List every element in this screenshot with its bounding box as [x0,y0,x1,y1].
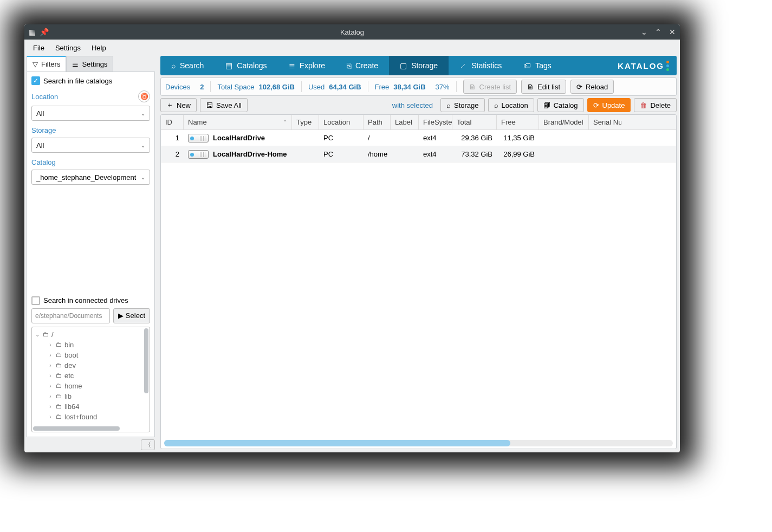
doc-icon: 🗎 [469,83,476,91]
location-label: Location [31,93,58,101]
nav-storage[interactable]: ▢Storage [389,56,449,75]
chevron-down-icon: ⌄ [141,174,145,180]
tree-item-label: etc [64,372,74,380]
tree-collapse-icon[interactable]: ⌄ [34,332,41,338]
search-catalogs-checkbox[interactable]: ✓ [31,76,40,85]
cell-filesystem: ext4 [419,150,452,158]
edit-list-button[interactable]: 🗎Edit list [521,80,566,94]
col-id[interactable]: ID [161,115,184,129]
tree-icon: ≣ [289,61,295,70]
maximize-icon[interactable]: ⌃ [654,28,663,36]
delete-button[interactable]: 🗑Delete [634,98,677,112]
window-title: Katalog [340,28,364,36]
folder-icon: 🗀 [56,372,62,379]
brand-logo: KATALOG [610,61,677,71]
sidebar: ▽ Filters ⚌ Settings ✓ Search in file ca… [24,56,157,452]
tree-expand-icon[interactable]: › [47,373,54,379]
location-button[interactable]: ⌕Location [488,98,534,112]
folder-icon: 🗀 [43,330,49,338]
search-drives-checkbox[interactable] [31,296,40,305]
tree-item[interactable]: ›🗀lib64 [32,401,150,412]
new-button[interactable]: ＋New [160,98,197,112]
table-row[interactable]: 1LocalHardDrivePC/ext429,36 GiB11,35 GiB [161,130,676,146]
tree-expand-icon[interactable]: › [47,393,54,399]
tree-item-label: lib [64,392,72,400]
scrollbar-thumb[interactable] [164,440,510,446]
tree-expand-icon[interactable]: › [47,414,54,420]
tree-item[interactable]: ›🗀home [32,381,150,391]
tree-expand-icon[interactable]: › [47,404,54,410]
catalog-button[interactable]: 🗐Catalog [537,98,584,112]
nav-statistics[interactable]: ⟋Statistics [449,56,512,75]
pin-icon[interactable]: 📌 [40,28,48,36]
col-brand[interactable]: Brand/Model [539,115,589,129]
save-all-button[interactable]: 🖫Save All [200,98,248,112]
tree-hscrollbar[interactable] [33,426,120,431]
select-path-button[interactable]: ▶ Select [113,308,150,323]
storage-select[interactable]: All ⌄ [31,138,150,153]
nav-explore[interactable]: ≣Explore [278,56,336,75]
folder-icon: 🗀 [56,361,62,369]
tree-item-label: home [64,382,82,390]
tag-icon: 🏷 [523,61,531,70]
tree-expand-icon[interactable]: › [47,362,54,368]
cell-path: /home [364,150,391,158]
drive-icon [188,150,209,159]
col-serial[interactable]: Serial Nu [589,115,621,129]
tree-item[interactable]: ›🗀lost+found [32,412,150,422]
tree-item[interactable]: ›🗀boot [32,350,150,360]
plus-icon: ＋ [166,100,173,110]
nav-search[interactable]: ⌕Search [160,56,215,75]
tree-expand-icon[interactable]: › [47,352,54,358]
minimize-icon[interactable]: ⌄ [640,28,648,36]
table-hscrollbar[interactable] [164,440,673,446]
menu-settings[interactable]: Settings [50,42,86,54]
col-filesystem[interactable]: FileSystem [419,115,452,129]
chevron-down-icon: ⌄ [141,111,145,116]
search-catalogs-label: Search in file catalogs [43,77,112,85]
tab-filters[interactable]: ▽ Filters [27,56,66,72]
reload-button[interactable]: ⟳Reload [570,80,614,94]
tree-item[interactable]: ›🗀dev [32,360,150,371]
nav-tags[interactable]: 🏷Tags [512,56,562,75]
col-path[interactable]: Path [364,115,391,129]
tree-scrollbar[interactable] [144,328,148,393]
location-select[interactable]: All ⌄ [31,106,150,121]
refresh-icon: ⟳ [593,101,599,109]
col-total[interactable]: Total [452,115,497,129]
tree-item[interactable]: ›🗀lib [32,391,150,401]
tab-settings[interactable]: ⚌ Settings [66,56,113,72]
play-icon: ▶ [118,312,124,320]
col-location[interactable]: Location [319,115,364,129]
menu-help[interactable]: Help [86,42,112,54]
storage-button[interactable]: ⌕Storage [440,98,485,112]
tree-expand-icon[interactable]: › [47,342,54,348]
table-row[interactable]: 2LocalHardDrive-HomePC/homeext473,32 GiB… [161,146,676,163]
cell-location: PC [319,150,364,158]
reload-icon: ⟳ [576,83,582,91]
collapse-sidebar-button[interactable]: 〈 [141,439,155,450]
col-free[interactable]: Free [497,115,539,129]
col-name[interactable]: Name [184,115,292,129]
folder-tree[interactable]: ⌄ 🗀 / ›🗀bin›🗀boot›🗀dev›🗀etc›🗀home›🗀lib›🗀… [31,327,150,433]
titlebar[interactable]: ▦ 📌 Katalog ⌄ ⌃ ✕ [24,24,680,40]
reset-location-button[interactable]: ♉ [138,90,150,102]
nav-catalogs[interactable]: ▤Catalogs [215,56,277,75]
sidebar-tabs: ▽ Filters ⚌ Settings [27,56,155,72]
cell-total: 73,32 GiB [452,150,497,158]
used-label: Used [308,83,325,91]
catalog-select[interactable]: _home_stephane_Development ⌄ [31,170,150,185]
nav-create[interactable]: ⎘Create [336,56,389,75]
col-type[interactable]: Type [292,115,319,129]
tree-item[interactable]: ›🗀etc [32,371,150,381]
trash-icon: 🗑 [640,101,647,109]
close-icon[interactable]: ✕ [668,28,677,36]
update-button[interactable]: ⟳Update [587,98,631,112]
col-label[interactable]: Label [391,115,419,129]
menu-file[interactable]: File [28,42,50,54]
free-label: Free [375,83,390,91]
tree-item[interactable]: ›🗀bin [32,340,150,350]
tree-expand-icon[interactable]: › [47,383,54,389]
path-input[interactable]: e/stephane/Documents [31,308,110,323]
tree-root[interactable]: / [51,330,54,339]
